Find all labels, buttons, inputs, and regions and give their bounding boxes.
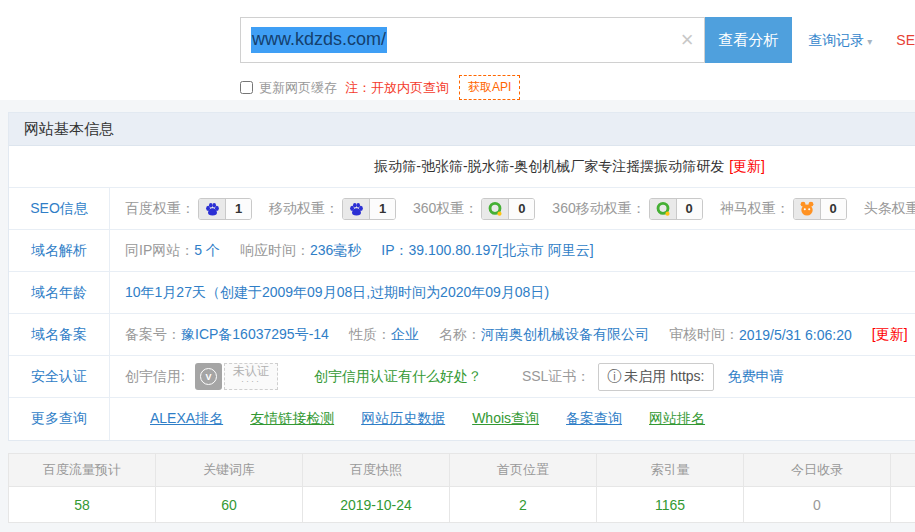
panel-title: 网站基本信息 xyxy=(9,113,915,146)
ssl-apply-link[interactable]: 免费申请 xyxy=(728,368,784,386)
stats-header-baidu-traffic: 百度流量预计 xyxy=(9,454,156,486)
alexa-rank-link[interactable]: ALEXA排名 xyxy=(150,410,223,428)
site-rank-link[interactable]: 网站排名 xyxy=(649,410,705,428)
title-update-link[interactable]: [更新] xyxy=(729,158,765,176)
site-title-row: 振动筛-弛张筛-脱水筛-奥创机械厂家专注摇摆振动筛研发 [更新] xyxy=(9,146,915,188)
domain-age-value[interactable]: 10年1月27天（创建于2009年09月08日,过期时间为2020年09月08日… xyxy=(125,284,549,302)
stats-header-today-included: 今日收录 xyxy=(744,454,891,486)
history-dropdown-label: 查询记录 xyxy=(808,32,864,48)
shenma-weight-label: 神马权重： xyxy=(720,200,790,218)
ssl-status-text: 未启用 https: xyxy=(624,368,704,386)
history-dropdown[interactable]: 查询记录▾ xyxy=(808,17,872,63)
clear-icon[interactable]: × xyxy=(681,29,694,51)
stats-value-homepage-position[interactable]: 2 xyxy=(450,487,597,522)
search-input-value[interactable]: www.kdzds.com/ xyxy=(251,27,387,53)
analyze-button[interactable]: 查看分析 xyxy=(705,17,793,63)
stats-value-cutoff xyxy=(891,487,915,522)
search-row: www.kdzds.com/ × 查看分析 查询记录▾ SE xyxy=(240,17,915,63)
baidu-weight-group: 百度权重： 1 xyxy=(125,198,252,220)
chuangyu-credit-badge[interactable]: V 未认证 ···· xyxy=(195,363,278,390)
so360-weight-label: 360权重： xyxy=(413,200,478,218)
stats-values-row: 58 60 2019-10-24 2 1165 0 xyxy=(9,487,915,522)
stats-header-homepage-position: 首页位置 xyxy=(450,454,597,486)
site-title: 振动筛-弛张筛-脱水筛-奥创机械厂家专注摇摆振动筛研发 xyxy=(374,158,724,176)
row-label-dns: 域名解析 xyxy=(9,230,110,271)
icp-row-content: 备案号： 豫ICP备16037295号-14 性质： 企业 名称： 河南奥创机械… xyxy=(110,314,915,355)
search-input[interactable]: www.kdzds.com/ × xyxy=(240,17,705,63)
row-label-age: 域名年龄 xyxy=(9,272,110,313)
stats-header-row: 百度流量预计 关键词库 百度快照 首页位置 索引量 今日收录 xyxy=(9,454,915,487)
dns-row-content: 同IP网站： 5 个 响应时间： 236毫秒 IP：39.100.80.197[… xyxy=(110,230,915,271)
stats-value-today-included: 0 xyxy=(744,487,891,522)
mobile-weight-group: 移动权重： 1 xyxy=(269,198,396,220)
row-label-more: 更多查询 xyxy=(9,398,110,440)
row-label-icp: 域名备案 xyxy=(9,314,110,355)
shenma-weight-group: 神马权重： 0 xyxy=(720,198,847,220)
more-links: ALEXA排名 友情链接检测 网站历史数据 Whois查询 备案查询 网站排名 xyxy=(110,398,915,440)
mobile-weight-badge[interactable]: 1 xyxy=(342,198,396,220)
stats-table: 百度流量预计 关键词库 百度快照 首页位置 索引量 今日收录 58 60 201… xyxy=(8,453,915,523)
content-area: 网站基本信息 振动筛-弛张筛-脱水筛-奥创机械厂家专注摇摆振动筛研发 [更新] … xyxy=(0,100,915,532)
refresh-cache-checkbox[interactable] xyxy=(240,81,253,94)
icp-query-link[interactable]: 备案查询 xyxy=(566,410,622,428)
friend-links-check-link[interactable]: 友情链接检测 xyxy=(250,410,334,428)
icp-name-label: 名称： xyxy=(439,326,481,344)
so360-mobile-weight-group: 360移动权重： 0 xyxy=(552,198,702,220)
get-api-button[interactable]: 获取API xyxy=(459,75,520,100)
chuangyu-label: 创宇信用: xyxy=(125,368,185,386)
icp-nature-value: 企业 xyxy=(391,326,419,344)
stats-header-baidu-snapshot: 百度快照 xyxy=(303,454,450,486)
icp-update-link[interactable]: [更新] xyxy=(872,326,908,344)
icp-row: 域名备案 备案号： 豫ICP备16037295号-14 性质： 企业 名称： 河… xyxy=(9,314,915,356)
chuangyu-status-dots: ···· xyxy=(233,378,269,385)
stats-header-index-volume: 索引量 xyxy=(597,454,744,486)
search-options-row: 更新网页缓存 注：开放内页查询 获取API xyxy=(240,75,915,100)
whois-link[interactable]: Whois查询 xyxy=(472,410,539,428)
so360-ring-icon xyxy=(650,199,677,219)
so360-weight-group: 360权重： 0 xyxy=(413,198,535,220)
chuangyu-v-icon: V xyxy=(195,363,222,390)
stats-value-keyword-lib[interactable]: 60 xyxy=(156,487,303,522)
row-label-security: 安全认证 xyxy=(9,356,110,397)
ip-value[interactable]: IP：39.100.80.197[北京市 阿里云] xyxy=(381,242,593,260)
icp-audit-label: 审核时间： xyxy=(669,326,739,344)
stats-value-index-volume[interactable]: 1165 xyxy=(597,487,744,522)
stats-value-baidu-snapshot[interactable]: 2019-10-24 xyxy=(303,487,450,522)
age-row-content: 10年1月27天（创建于2009年09月08日,过期时间为2020年09月08日… xyxy=(110,272,915,313)
baidu-weight-label: 百度权重： xyxy=(125,200,195,218)
chuangyu-status: 未认证 ···· xyxy=(224,363,278,390)
baidu-weight-badge[interactable]: 1 xyxy=(198,198,252,220)
toutiao-weight-label: 头条权重： xyxy=(864,200,915,218)
seo-row-content: 百度权重： 1 移动权重： xyxy=(110,188,915,229)
icp-number-value[interactable]: 豫ICP备16037295号-14 xyxy=(181,326,329,344)
stats-value-baidu-traffic[interactable]: 58 xyxy=(9,487,156,522)
so360-mobile-weight-label: 360移动权重： xyxy=(552,200,645,218)
so360-mobile-weight-badge[interactable]: 0 xyxy=(649,198,703,220)
so360-weight-badge[interactable]: 0 xyxy=(481,198,535,220)
top-search-area: www.kdzds.com/ × 查看分析 查询记录▾ SE 更新网页缓存 注：… xyxy=(0,0,915,100)
so360-ring-icon xyxy=(482,199,509,219)
icp-audit-value: 2019/5/31 6:06:20 xyxy=(739,327,852,343)
chuangyu-benefit-link[interactable]: 创宇信用认证有什么好处？ xyxy=(314,368,482,386)
security-row-content: 创宇信用: V 未认证 ···· 创宇信用认证有什么好处？ SSL证书： ⓘ 未… xyxy=(110,356,915,397)
icp-number-label: 备案号： xyxy=(125,326,181,344)
so360-mobile-weight-value: 0 xyxy=(677,199,702,219)
same-ip-value[interactable]: 5 个 xyxy=(194,242,220,260)
info-icon: ⓘ xyxy=(607,368,621,386)
refresh-cache-label: 更新网页缓存 xyxy=(259,79,337,97)
stats-header-cutoff xyxy=(891,454,915,486)
more-queries-row: 更多查询 ALEXA排名 友情链接检测 网站历史数据 Whois查询 备案查询 … xyxy=(9,398,915,440)
inner-page-note: 注：开放内页查询 xyxy=(345,79,449,97)
row-label-seo: SEO信息 xyxy=(9,188,110,229)
ssl-label: SSL证书： xyxy=(522,368,590,386)
mobile-weight-label: 移动权重： xyxy=(269,200,339,218)
stats-header-keyword-lib: 关键词库 xyxy=(156,454,303,486)
response-time-value: 236毫秒 xyxy=(310,242,361,260)
seo-info-row: SEO信息 百度权重： 1 xyxy=(9,188,915,230)
icp-name-value[interactable]: 河南奥创机械设备有限公司 xyxy=(481,326,649,344)
dns-row: 域名解析 同IP网站： 5 个 响应时间： 236毫秒 IP：39.100.80… xyxy=(9,230,915,272)
security-row: 安全认证 创宇信用: V 未认证 ···· 创宇信用认证有什么好处？ SSL证书… xyxy=(9,356,915,398)
site-history-link[interactable]: 网站历史数据 xyxy=(361,410,445,428)
shenma-weight-badge[interactable]: 0 xyxy=(793,198,847,220)
icp-nature-label: 性质： xyxy=(349,326,391,344)
